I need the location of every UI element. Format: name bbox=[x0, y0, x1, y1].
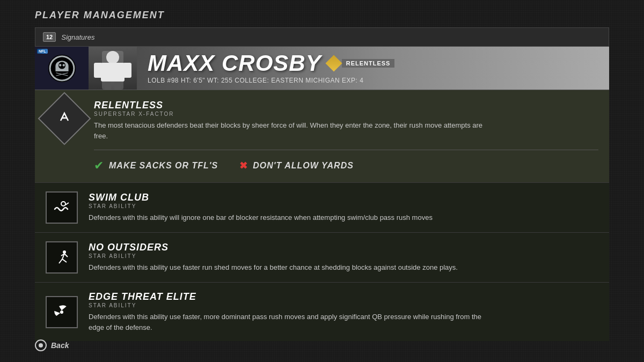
xfactor-text: RELENTLESS SUPERSTAR X-FACTOR The most t… bbox=[94, 100, 598, 141]
team-logo-icon bbox=[47, 54, 77, 83]
svg-point-25 bbox=[60, 311, 63, 314]
ability-diamond: RELENTLESS bbox=[328, 57, 395, 69]
star-ability-desc-0: Defenders with this ability will ignore … bbox=[89, 212, 491, 223]
player-info: MAXX CROSBY RELENTLESS LOLB #98 HT: 6'5"… bbox=[137, 52, 609, 84]
star-ability-desc-2: Defenders with this ability use faster, … bbox=[89, 312, 491, 333]
xfactor-type: SUPERSTAR X-FACTOR bbox=[94, 111, 598, 117]
svg-line-22 bbox=[62, 259, 67, 262]
star-ability-row: SWIM CLUB STAR ABILITY Defenders with th… bbox=[35, 182, 609, 232]
back-label: Back bbox=[51, 341, 69, 350]
player-silhouette bbox=[91, 47, 134, 90]
svg-point-19 bbox=[63, 250, 66, 254]
star-ability-type-1: STAR ABILITY bbox=[89, 253, 598, 259]
player-details: LOLB #98 HT: 6'5" WT: 255 COLLEGE: EASTE… bbox=[148, 77, 598, 84]
zone-in-item: ✔ MAKE SACKS OR TFL'S bbox=[94, 159, 218, 173]
svg-rect-14 bbox=[105, 82, 111, 90]
svg-rect-15 bbox=[114, 82, 121, 90]
signatures-label: Signatures bbox=[61, 33, 94, 41]
star-ability-type-0: STAR ABILITY bbox=[89, 203, 598, 209]
zone-x-icon: ✖ bbox=[239, 160, 247, 172]
player-name: MAXX CROSBY bbox=[148, 52, 321, 75]
star-ability-name-2: EDGE THREAT ELITE bbox=[89, 291, 598, 302]
star-ability-row: NO OUTSIDERS STAR ABILITY Defenders with… bbox=[35, 232, 609, 282]
zone-in-label: MAKE SACKS OR TFL'S bbox=[109, 161, 218, 171]
page-title: PLAYER MANAGEMENT bbox=[0, 0, 644, 27]
back-button[interactable]: Back bbox=[35, 339, 69, 351]
xfactor-name: RELENTLESS bbox=[94, 100, 598, 111]
main-container: 12 Signatures NFL bbox=[35, 27, 609, 341]
svg-point-6 bbox=[62, 64, 64, 66]
signatures-bar: 12 Signatures bbox=[35, 27, 609, 47]
nfl-badge: NFL bbox=[37, 49, 48, 54]
svg-line-21 bbox=[59, 259, 62, 263]
star-ability-text-2: EDGE THREAT ELITE STAR ABILITY Defenders… bbox=[89, 291, 598, 333]
player-header: NFL bbox=[35, 47, 609, 90]
xfactor-description: The most tenacious defenders beat their … bbox=[94, 120, 496, 141]
star-abilities-section: SWIM CLUB STAR ABILITY Defenders with th… bbox=[35, 182, 609, 341]
star-ability-desc-1: Defenders with this ability use faster r… bbox=[89, 262, 491, 273]
star-ability-name-0: SWIM CLUB bbox=[89, 192, 598, 203]
xfactor-row: RELENTLESS SUPERSTAR X-FACTOR The most t… bbox=[46, 100, 598, 141]
back-inner-dot bbox=[39, 343, 43, 348]
svg-rect-11 bbox=[101, 63, 125, 82]
zone-check-icon: ✔ bbox=[94, 159, 104, 173]
star-ability-text-1: NO OUTSIDERS STAR ABILITY Defenders with… bbox=[89, 242, 598, 273]
svg-point-17 bbox=[61, 202, 65, 206]
star-ability-type-2: STAR ABILITY bbox=[89, 302, 598, 308]
star-ability-text-0: SWIM CLUB STAR ABILITY Defenders with th… bbox=[89, 192, 598, 223]
zone-out-item: ✖ DON'T ALLOW YARDS bbox=[239, 160, 354, 172]
xfactor-section: RELENTLESS SUPERSTAR X-FACTOR The most t… bbox=[35, 90, 609, 182]
star-ability-name-1: NO OUTSIDERS bbox=[89, 242, 598, 253]
star-icon-box-0 bbox=[46, 191, 78, 224]
back-circle-icon bbox=[35, 339, 47, 351]
svg-point-5 bbox=[59, 64, 61, 66]
svg-line-23 bbox=[64, 254, 68, 257]
team-logo-area: NFL bbox=[35, 47, 89, 90]
player-name-row: MAXX CROSBY RELENTLESS bbox=[148, 52, 598, 75]
ability-tag: RELENTLESS bbox=[342, 59, 395, 68]
svg-point-10 bbox=[106, 51, 119, 64]
player-photo bbox=[89, 47, 137, 90]
svg-rect-13 bbox=[123, 63, 131, 78]
xfactor-icon-wrapper bbox=[46, 100, 83, 137]
zone-row: ✔ MAKE SACKS OR TFL'S ✖ DON'T ALLOW YARD… bbox=[94, 150, 598, 173]
svg-rect-12 bbox=[94, 63, 103, 78]
xfactor-icon bbox=[56, 109, 72, 128]
signatures-badge: 12 bbox=[43, 32, 56, 42]
star-icon-box-2 bbox=[46, 296, 78, 328]
zone-out-label: DON'T ALLOW YARDS bbox=[253, 161, 354, 171]
diamond-icon bbox=[325, 55, 342, 71]
star-ability-row: EDGE THREAT ELITE STAR ABILITY Defenders… bbox=[35, 282, 609, 341]
star-icon-box-1 bbox=[46, 241, 78, 274]
